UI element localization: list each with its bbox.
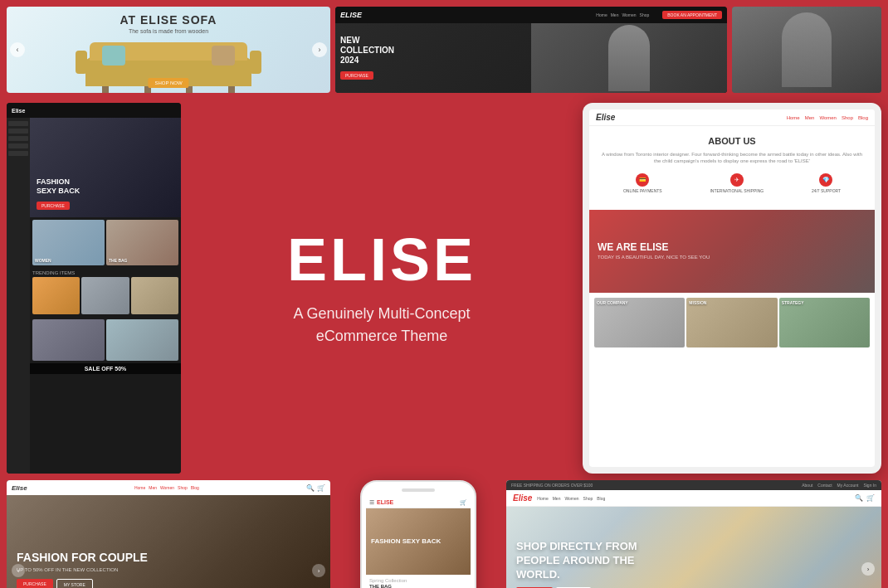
couple-hero: FASHION FOR COUPLE UP TO 50% OFF IN THE … — [7, 495, 330, 588]
phone-product-section: Spring Collection THE BAG From $39.9 — [366, 575, 471, 588]
bottom-row: Elise Home Men Women Shop Blog 🔍 🛒 FASHI… — [0, 477, 888, 588]
eco-nav-blog[interactable]: Blog — [597, 496, 605, 501]
couple-demo-card: Elise Home Men Women Shop Blog 🔍 🛒 FASHI… — [7, 480, 330, 588]
dark-header: ELISE Home Men Women Shop BOOK AN APPOIN… — [335, 7, 727, 23]
next-arrow-button[interactable]: › — [312, 42, 327, 57]
phone-nav: ☰ ELISE 🛒 — [366, 497, 471, 508]
ecommerce-demo-card: FREE SHIPPING ON ORDERS OVER $100 About … — [506, 480, 881, 588]
sale-banner: SALE OFF 50% — [30, 363, 181, 374]
fashion-main: FASHIONSEXY BACK PURCHASE WOMEN THE BAG … — [30, 118, 181, 474]
women-label: WOMEN — [35, 258, 51, 263]
eco-nav-shop[interactable]: Shop — [583, 496, 593, 501]
man-card-content — [732, 7, 881, 93]
tablet-nav-shop[interactable]: Shop — [842, 115, 853, 120]
couple-nav-home[interactable]: Home — [134, 485, 145, 490]
tablet-about-section: ABOUT US A window from Toronto interior … — [589, 126, 875, 210]
tablet-nav-men[interactable]: Men — [805, 115, 815, 120]
sidebar-item — [8, 151, 28, 156]
furniture-demo-card: AT ELISE SOFA The sofa is made from wood… — [7, 7, 330, 93]
couple-hero-text: FASHION FOR COUPLE UP TO 50% OFF IN THE … — [7, 541, 158, 588]
my-account-link[interactable]: My Account — [837, 483, 859, 488]
trending-item — [131, 277, 178, 314]
sign-in-link[interactable]: Sign In — [863, 483, 876, 488]
sofa-pillow-1 — [102, 46, 125, 66]
shipping-label: INTERNATIONAL SHIPPING — [710, 188, 764, 193]
hamburger-icon[interactable]: ☰ — [369, 499, 374, 506]
fashion-demo-header: Elise — [7, 103, 181, 118]
eco-nav-icons: 🔍 🛒 — [855, 494, 875, 502]
tablet-feature-support: 💎 24/7 SUPPORT — [812, 173, 841, 193]
women-bag-row: WOMEN THE BAG — [30, 217, 181, 268]
couple-nav-shop[interactable]: Shop — [178, 485, 188, 490]
ecommerce-hero: SHOP DIRECTLY FROM PEOPLE AROUND THE WOR… — [506, 507, 881, 588]
fashion-hero-title: FASHIONSEXY BACK — [37, 177, 80, 196]
trending-label: TRENDING ITEMS — [32, 270, 178, 275]
phone-speaker — [402, 488, 435, 492]
couple-nav-women[interactable]: Women — [160, 485, 174, 490]
tablet-nav-blog[interactable]: Blog — [858, 115, 868, 120]
shop-now-button[interactable]: SHOP NOW — [148, 78, 188, 88]
bottom-items-row — [30, 317, 181, 363]
couple-next-arrow[interactable]: › — [312, 564, 325, 577]
cart-icon[interactable]: 🛒 — [317, 484, 325, 492]
payments-icon: 💳 — [636, 173, 649, 187]
couple-title: FASHION FOR COUPLE — [17, 551, 148, 565]
phone-logo: ELISE — [377, 499, 393, 505]
fashion-sidebar — [7, 118, 30, 474]
phone-cart-icon[interactable]: 🛒 — [460, 499, 467, 506]
trending-section: TRENDING ITEMS — [30, 268, 181, 317]
tablet-nav: Elise Home Men Women Shop Blog — [589, 109, 875, 126]
dark-model-image — [531, 23, 727, 93]
dark-logo: ELISE — [340, 11, 362, 19]
book-appointment-button[interactable]: BOOK AN APPOINTMENT — [662, 11, 722, 19]
company-label: OUR COMPANY — [597, 300, 628, 305]
ecommerce-nav: Elise Home Men Women Shop Blog 🔍 🛒 — [506, 490, 881, 507]
couple-buttons: PURCHASE MY STORE — [17, 579, 148, 588]
tablet-nav-women[interactable]: Women — [819, 115, 837, 120]
couple-nav-links: Home Men Women Shop Blog — [134, 485, 199, 490]
dark-nav-item: Men — [611, 12, 619, 17]
contact-link[interactable]: Contact — [817, 483, 832, 488]
tablet-sections-row: OUR COMPANY MISSION STRATEGY — [589, 293, 875, 352]
tablet-about-title: ABOUT US — [599, 136, 865, 146]
support-icon: 💎 — [819, 173, 832, 187]
couple-nav-men[interactable]: Men — [149, 485, 157, 490]
ecommerce-hero-text: SHOP DIRECTLY FROM PEOPLE AROUND THE WOR… — [506, 530, 672, 588]
bag-item: THE BAG — [106, 220, 178, 265]
tablet-section-mission: MISSION — [686, 298, 777, 347]
eco-nav-men[interactable]: Men — [553, 496, 561, 501]
eco-next-arrow[interactable]: › — [861, 562, 875, 576]
couple-store-button[interactable]: MY STORE — [56, 579, 93, 588]
sidebar-item — [8, 143, 28, 148]
couple-prev-arrow[interactable]: ‹ — [12, 564, 25, 577]
ecommerce-logo: Elise — [513, 493, 532, 503]
dark-hero: NEWCOLLECTION2024 PURCHASE — [335, 23, 727, 93]
man-silhouette — [782, 12, 832, 87]
fashion-hero-text: FASHIONSEXY BACK PURCHASE — [37, 177, 80, 211]
dark-fashion-card: ELISE Home Men Women Shop BOOK AN APPOIN… — [335, 7, 727, 93]
shipping-icon: ✈ — [730, 173, 744, 187]
eco-search-icon[interactable]: 🔍 — [855, 494, 863, 502]
eco-cart-icon[interactable]: 🛒 — [866, 494, 875, 502]
tablet-section-company: OUR COMPANY — [594, 298, 685, 347]
brand-title: ELISE — [287, 230, 476, 289]
fashion-demo-card: Elise FASHIONSEXY BACK PURCHASE — [7, 103, 181, 474]
eco-nav-home[interactable]: Home — [537, 496, 548, 501]
eco-nav-women[interactable]: Women — [564, 496, 578, 501]
about-link[interactable]: About — [802, 483, 812, 488]
prev-arrow-button[interactable]: ‹ — [10, 42, 25, 57]
fashion-purchase-btn[interactable]: PURCHASE — [37, 202, 70, 210]
ecommerce-top-bar: FREE SHIPPING ON ORDERS OVER $100 About … — [506, 480, 881, 490]
couple-subtitle: UP TO 50% OFF IN THE NEW COLLECTION — [17, 567, 148, 572]
couple-nav-blog[interactable]: Blog — [191, 485, 199, 490]
tablet-nav-home[interactable]: Home — [787, 115, 800, 120]
we-are-text: WE ARE ELISE TODAY IS A BEAUTIFUL DAY, N… — [589, 233, 718, 269]
sofa-leg — [228, 86, 235, 93]
top-row: AT ELISE SOFA The sofa is made from wood… — [0, 0, 888, 100]
trending-item — [32, 277, 80, 314]
search-icon[interactable]: 🔍 — [306, 484, 315, 492]
fashion-sidebar-layout: FASHIONSEXY BACK PURCHASE WOMEN THE BAG … — [7, 118, 181, 474]
dark-purchase-button[interactable]: PURCHASE — [340, 71, 373, 80]
couple-purchase-button[interactable]: PURCHASE — [17, 579, 53, 588]
sidebar-item — [8, 129, 28, 134]
